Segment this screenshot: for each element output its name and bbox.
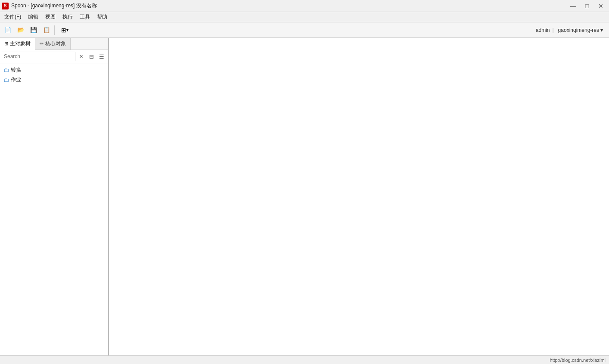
collapse-icon: ⊟ — [89, 53, 94, 60]
project-dropdown-button[interactable]: gaoxinqimeng-res ▾ — [556, 26, 605, 34]
core-objects-tab-label: 核心对象 — [45, 40, 66, 47]
save-button[interactable]: 💾 — [28, 24, 40, 36]
folder-icon-jobs: 🗀 — [3, 77, 9, 83]
dropdown-arrow-icon: ▾ — [66, 28, 68, 32]
main-content: ⊞ 主对象树 ✏ 核心对象 ✕ ⊟ ☰ 🗀 转换 — [0, 38, 609, 355]
main-objects-tab-icon: ⊞ — [4, 41, 8, 47]
search-expand-button[interactable]: ☰ — [97, 52, 106, 61]
menu-item-edit[interactable]: 编辑 — [25, 12, 42, 22]
clear-icon: ✕ — [79, 54, 83, 59]
layers-button[interactable]: ⊞ ▾ — [56, 24, 73, 36]
title-bar-left: S Spoon - [gaoxinqimeng-res] 没有名称 — [2, 2, 97, 9]
username-label: admin — [536, 27, 550, 33]
user-separator: | — [552, 27, 553, 33]
menu-item-tools[interactable]: 工具 — [76, 12, 93, 22]
menu-item-view[interactable]: 视图 — [42, 12, 59, 22]
close-button[interactable]: ✕ — [594, 1, 607, 11]
layers-icon: ⊞ — [61, 27, 66, 34]
tab-core-objects[interactable]: ✏ 核心对象 — [35, 38, 71, 50]
new-icon: 📄 — [4, 27, 12, 33]
status-bar: http://blog.csdn.net/xiaziml — [0, 355, 609, 364]
status-url: http://blog.csdn.net/xiaziml — [550, 358, 606, 363]
menu-item-help[interactable]: 帮助 — [93, 12, 111, 22]
toolbar-right: admin | gaoxinqimeng-res ▾ — [536, 26, 607, 34]
saveas-icon: 📋 — [43, 27, 50, 33]
search-clear-button[interactable]: ✕ — [76, 52, 86, 61]
maximize-button[interactable]: □ — [581, 1, 593, 11]
project-name-label: gaoxinqimeng-res — [558, 27, 599, 33]
menu-item-run[interactable]: 执行 — [59, 12, 76, 22]
tree-item-jobs[interactable]: 🗀 作业 — [0, 75, 108, 85]
tree-view: 🗀 转换 🗀 作业 — [0, 63, 108, 355]
toolbar-separator — [54, 25, 55, 35]
tabs: ⊞ 主对象树 ✏ 核心对象 — [0, 38, 108, 50]
menu-item-file[interactable]: 文件(F) — [1, 12, 25, 22]
search-bar: ✕ ⊟ ☰ — [0, 50, 108, 63]
tree-item-transforms-label: 转换 — [11, 66, 21, 74]
toolbar: 📄 📂 💾 📋 ⊞ ▾ admin | gaoxinqimeng-res ▾ — [0, 22, 609, 38]
app-icon: S — [2, 3, 9, 9]
tree-item-jobs-label: 作业 — [11, 76, 21, 84]
new-button[interactable]: 📄 — [2, 24, 14, 36]
open-button[interactable]: 📂 — [15, 24, 27, 36]
title-bar: S Spoon - [gaoxinqimeng-res] 没有名称 — □ ✕ — [0, 0, 609, 12]
expand-icon: ☰ — [99, 53, 104, 60]
folder-icon-transforms: 🗀 — [3, 67, 9, 73]
title-text: Spoon - [gaoxinqimeng-res] 没有名称 — [11, 2, 97, 9]
open-icon: 📂 — [17, 27, 25, 33]
saveas-button[interactable]: 📋 — [40, 24, 53, 36]
minimize-button[interactable]: — — [567, 1, 580, 11]
main-objects-tab-label: 主对象树 — [10, 40, 31, 47]
project-dropdown-icon: ▾ — [600, 27, 603, 33]
core-objects-tab-icon: ✏ — [40, 41, 44, 47]
search-input[interactable] — [2, 52, 75, 61]
menu-bar: 文件(F)编辑视图执行工具帮助 — [0, 12, 609, 22]
right-panel[interactable] — [109, 38, 609, 355]
window-controls: — □ ✕ — [567, 1, 607, 11]
left-panel: ⊞ 主对象树 ✏ 核心对象 ✕ ⊟ ☰ 🗀 转换 — [0, 38, 109, 355]
search-collapse-button[interactable]: ⊟ — [87, 52, 96, 61]
toolbar-left: 📄 📂 💾 📋 ⊞ ▾ — [2, 24, 73, 36]
tab-main-objects[interactable]: ⊞ 主对象树 — [0, 38, 35, 50]
save-icon: 💾 — [30, 27, 37, 33]
tree-item-transforms[interactable]: 🗀 转换 — [0, 65, 108, 75]
